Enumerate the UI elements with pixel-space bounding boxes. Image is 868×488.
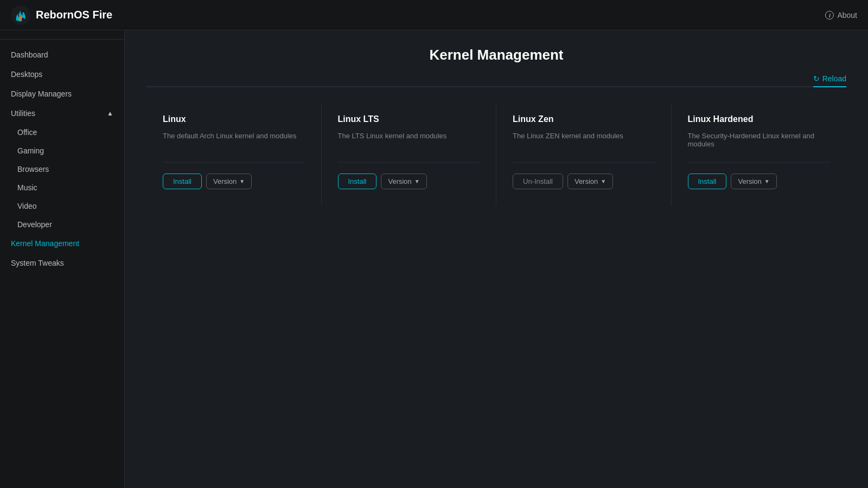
version-lts-label: Version	[388, 177, 411, 185]
reload-button[interactable]: ↻ Reload	[813, 74, 846, 87]
version-hardened-dropdown-icon: ▼	[764, 178, 770, 184]
kernel-lts-name: Linux LTS	[338, 114, 480, 124]
header: RebornOS Fire i About	[0, 0, 868, 30]
kernel-card-linux-hardened: Linux Hardened The Security-Hardened Lin…	[672, 104, 847, 206]
version-linux-label: Version	[213, 177, 237, 185]
version-lts-dropdown-icon: ▼	[414, 178, 420, 184]
uninstall-zen-button[interactable]: Un-Install	[513, 174, 563, 189]
kernel-zen-name: Linux Zen	[513, 114, 655, 124]
kernel-lts-divider	[338, 162, 480, 163]
kernel-zen-actions: Un-Install Version ▼	[513, 174, 655, 189]
install-hardened-button[interactable]: Install	[688, 174, 727, 189]
sidebar-item-display-managers[interactable]: Display Managers	[0, 84, 124, 104]
kernel-card-linux-lts: Linux LTS The LTS Linux kernel and modul…	[322, 104, 497, 206]
utilities-label: Utilities	[11, 109, 35, 118]
version-zen-label: Version	[575, 177, 598, 185]
sidebar-item-system-tweaks[interactable]: System Tweaks	[0, 253, 124, 273]
reload-label: Reload	[822, 74, 846, 83]
version-zen-button[interactable]: Version ▼	[567, 174, 613, 189]
kernel-hardened-desc: The Security-Hardened Linux kernel and m…	[688, 132, 831, 151]
about-label: About	[837, 11, 857, 20]
install-lts-button[interactable]: Install	[338, 174, 377, 189]
sidebar-item-gaming[interactable]: Gaming	[0, 142, 124, 160]
about-button[interactable]: i About	[825, 11, 857, 20]
version-lts-button[interactable]: Version ▼	[381, 174, 426, 189]
kernel-zen-divider	[513, 162, 655, 163]
sidebar-item-dashboard[interactable]: Dashboard	[0, 45, 124, 65]
svg-point-1	[19, 16, 22, 19]
sidebar-item-kernel-management[interactable]: Kernel Management	[0, 234, 124, 253]
kernel-card-linux-zen: Linux Zen The Linux ZEN kernel and modul…	[496, 104, 672, 206]
app-logo-icon	[11, 5, 30, 25]
version-hardened-button[interactable]: Version ▼	[731, 174, 776, 189]
sidebar-item-browsers[interactable]: Browsers	[0, 160, 124, 178]
kernel-grid: Linux The default Arch Linux kernel and …	[146, 104, 846, 206]
sidebar: Dashboard Desktops Display Managers Util…	[0, 30, 125, 488]
layout: Dashboard Desktops Display Managers Util…	[0, 30, 868, 488]
sidebar-utilities-header[interactable]: Utilities ▲	[0, 104, 124, 123]
sidebar-item-music[interactable]: Music	[0, 178, 124, 197]
kernel-linux-actions: Install Version ▼	[163, 174, 305, 189]
kernel-card-linux: Linux The default Arch Linux kernel and …	[146, 104, 322, 206]
main-content: Kernel Management ↻ Reload Linux The def…	[125, 30, 868, 488]
sidebar-item-desktops[interactable]: Desktops	[0, 65, 124, 84]
kernel-zen-desc: The Linux ZEN kernel and modules	[513, 132, 655, 151]
kernel-hardened-actions: Install Version ▼	[688, 174, 831, 189]
logo-area: RebornOS Fire	[11, 5, 112, 25]
version-zen-dropdown-icon: ▼	[601, 178, 606, 184]
chevron-up-icon: ▲	[107, 110, 113, 117]
kernel-hardened-name: Linux Hardened	[688, 114, 831, 124]
page-title: Kernel Management	[146, 47, 846, 63]
sidebar-top-divider	[0, 39, 124, 40]
kernel-lts-desc: The LTS Linux kernel and modules	[338, 132, 480, 151]
version-hardened-label: Version	[738, 177, 761, 185]
kernel-linux-name: Linux	[163, 114, 305, 124]
version-linux-dropdown-icon: ▼	[239, 178, 245, 184]
sidebar-item-video[interactable]: Video	[0, 197, 124, 215]
kernel-lts-actions: Install Version ▼	[338, 174, 480, 189]
kernel-linux-divider	[163, 162, 305, 163]
version-linux-button[interactable]: Version ▼	[206, 174, 252, 189]
kernel-linux-desc: The default Arch Linux kernel and module…	[163, 132, 305, 151]
info-icon: i	[825, 11, 834, 20]
reload-bar: ↻ Reload	[146, 74, 846, 87]
reload-icon: ↻	[813, 74, 820, 83]
sidebar-item-developer[interactable]: Developer	[0, 215, 124, 234]
app-title: RebornOS Fire	[36, 9, 112, 21]
install-linux-button[interactable]: Install	[163, 174, 202, 189]
sidebar-item-office[interactable]: Office	[0, 123, 124, 142]
kernel-hardened-divider	[688, 162, 831, 163]
